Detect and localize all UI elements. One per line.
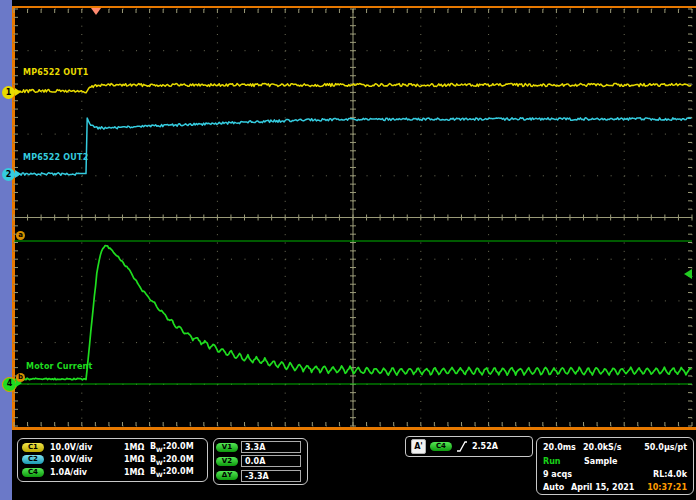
trigger-panel[interactable]: A' C4 2.52A	[405, 436, 533, 457]
channel4-readout-row[interactable]: C4 1.0A/div 1MΩ BW:20.0M	[22, 467, 203, 478]
date: April 15, 2021	[571, 483, 634, 492]
cursor-v2-row[interactable]: V2 0.0A	[216, 454, 305, 468]
record-length: RL:4.0k	[653, 470, 687, 479]
channel4-impedance: 1MΩ	[124, 468, 150, 477]
graticule-border-bottom	[12, 427, 696, 430]
cursor-v1-row[interactable]: V1 3.3A	[216, 440, 305, 454]
trace-label-ch1: MP6522 OUT1	[23, 68, 88, 77]
v1-value: 3.3A	[241, 441, 301, 453]
sample-rate: 20.0kS/s	[583, 443, 622, 452]
horizontal-scale: 20.0ms	[543, 443, 576, 452]
channel1-bandwidth: BW:20.0M	[150, 442, 194, 453]
channel1-marker-arrow-icon	[15, 88, 21, 96]
graticule-border-top	[12, 6, 696, 8]
channel2-scale: 10.0V/div	[50, 455, 124, 464]
acquisition-mode: Sample	[584, 457, 617, 466]
delta-y-value: -3.3A	[241, 470, 301, 482]
window-edge-strip	[0, 0, 12, 500]
channel2-badge[interactable]: C2	[22, 455, 44, 464]
channel1-impedance: 1MΩ	[124, 443, 150, 452]
channel4-bandwidth: BW:20.0M	[150, 467, 194, 478]
v2-badge[interactable]: V2	[216, 457, 238, 466]
trace-label-ch4: Motor Current	[26, 362, 93, 371]
channel2-readout-row[interactable]: C2 10.0V/div 1MΩ BW:20.0M	[22, 454, 203, 465]
resolution: 50.0µs/pt	[644, 443, 687, 452]
delta-y-badge[interactable]: ΔY	[216, 471, 238, 480]
horizontal-acquisition-panel[interactable]: 20.0ms 20.0kS/s 50.0µs/pt Run Sample 9 a…	[536, 437, 694, 495]
channel2-position-marker[interactable]: 2	[2, 168, 15, 181]
rising-edge-icon	[456, 440, 468, 453]
graticule-border-left	[12, 6, 15, 430]
ch4-motor-current	[14, 246, 691, 380]
v2-value: 0.0A	[241, 455, 301, 467]
trigger-mode: Auto	[543, 483, 564, 492]
trigger-position-icon[interactable]	[91, 8, 101, 15]
trigger-event-badge[interactable]: A'	[411, 439, 426, 454]
channel2-impedance: 1MΩ	[124, 455, 150, 464]
channel4-badge[interactable]: C4	[22, 468, 44, 477]
channel1-readout-row[interactable]: C1 10.0V/div 1MΩ BW:20.0M	[22, 442, 203, 453]
ch2-out2	[14, 118, 691, 176]
cursor-b-handle[interactable]: b	[16, 373, 25, 382]
v1-badge[interactable]: V1	[216, 443, 238, 452]
channel2-bandwidth: BW:20.0M	[150, 455, 194, 466]
scope-display	[0, 0, 696, 500]
channel4-position-marker[interactable]: 4	[2, 377, 17, 392]
channel2-marker-arrow-icon	[15, 170, 21, 178]
cursor-a-handle[interactable]: a	[16, 231, 25, 240]
trigger-level-value: 2.52A	[472, 442, 498, 451]
trigger-level-icon[interactable]	[684, 269, 692, 279]
channel-settings-panel[interactable]: C1 10.0V/div 1MΩ BW:20.0M C2 10.0V/div 1…	[17, 438, 208, 482]
time: 10:37:21	[647, 483, 687, 492]
trace-label-ch2: MP6522 OUT2	[23, 153, 88, 162]
ch1-out1	[14, 84, 691, 93]
channel4-scale: 1.0A/div	[50, 468, 124, 477]
run-state: Run	[543, 457, 561, 466]
cursor-measurement-panel[interactable]: V1 3.3A V2 0.0A ΔY -3.3A	[213, 438, 308, 485]
channel1-badge[interactable]: C1	[22, 443, 44, 452]
channel1-position-marker[interactable]: 1	[2, 86, 15, 99]
channel1-scale: 10.0V/div	[50, 443, 124, 452]
oscilloscope-screen: MP6522 OUT1 MP6522 OUT2 Motor Current 1 …	[0, 0, 696, 500]
cursor-delta-row[interactable]: ΔY -3.3A	[216, 469, 305, 483]
trigger-source-badge[interactable]: C4	[430, 442, 452, 451]
acquisition-count: 9 acqs	[543, 470, 572, 479]
